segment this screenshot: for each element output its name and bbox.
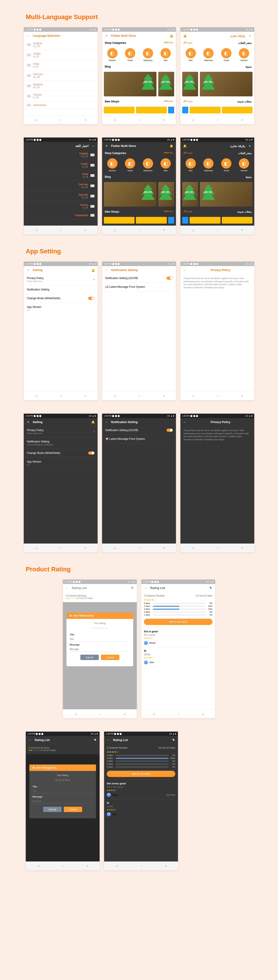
nav-back[interactable]: ◁ [35, 118, 37, 122]
lang-item[interactable]: Germande_DE [24, 70, 97, 81]
category-item[interactable]: ◧Stationery [143, 158, 153, 172]
category-icon: ◧ [239, 158, 249, 169]
phone-setting-dark: 1:46 PM ⬤ ⬤ ⬤4G ▲ ■ ≡Setting🔔 Privacy Po… [24, 414, 97, 552]
lang-item[interactable]: Frenchfr_FR [24, 91, 97, 101]
lang-item[interactable]: Spanishes_ES [24, 191, 97, 201]
edit-icon[interactable]: ✎ [131, 586, 134, 590]
category-icon: ◧ [185, 158, 196, 169]
category-item[interactable]: ◧Men [160, 48, 171, 62]
category-item[interactable]: ◧Stationery [203, 158, 214, 172]
lang-item[interactable]: Germande_DE [24, 181, 97, 191]
mode-toggle[interactable] [88, 297, 94, 300]
bell-icon[interactable]: 🔔 [170, 34, 173, 37]
rating-bar-row: 4 stars100% [107, 757, 175, 759]
rating-bar-row: 5 stars0% [107, 754, 175, 756]
lang-item[interactable]: Arabicar_DZ [24, 50, 97, 60]
review-item: this is goodthis is good★★★★☆thuzar [144, 628, 212, 647]
phone-store-dark-rtl: 1:46 PM ⬤ ⬤ ⬤4G ▲ ■ ≡رفرفة مخزن🔔 متجر ال… [181, 137, 254, 234]
menu-icon[interactable]: ≡ [105, 34, 108, 37]
category-icon: ◧ [143, 48, 153, 58]
category-icon: ◧ [221, 48, 232, 58]
avatar [107, 812, 111, 816]
page-title: Flutter Multi Store [111, 34, 167, 37]
category-item[interactable]: ◧Stationery [143, 48, 153, 62]
title-input[interactable] [70, 637, 130, 641]
privacy-item[interactable]: Privacy PolicyPolicy Statement› [24, 274, 97, 285]
phone-rating-list-dark: 1:46 PM ⬤ ⬤ ⬤4G ▲ ■ ←Rating List✎ 2 Cust… [104, 732, 178, 870]
lang-item[interactable]: Indonesian [24, 212, 97, 220]
lang-item[interactable]: Frenchfr_FR [24, 201, 97, 212]
section-title: Product Rating [26, 566, 273, 573]
category-item[interactable]: ◧Men [185, 48, 196, 62]
back-icon[interactable]: ← [26, 34, 30, 37]
mode-item[interactable]: Change Mode (White/Dartk) [24, 294, 97, 303]
back-icon[interactable]: ← [183, 268, 187, 272]
category-icon: ◧ [125, 158, 135, 169]
latest-msg-item[interactable]: 📢 Latest Message From System [102, 283, 176, 291]
bell-icon[interactable]: 🔔 [183, 34, 187, 37]
write-review-button[interactable]: WRITE REVIEW [144, 619, 212, 625]
review-item: fitmonth★★★★☆John [107, 799, 175, 819]
category-item[interactable]: ◧Men [185, 158, 196, 172]
phone-policy-dark: 1:46 PM ⬤ ⬤ ⬤4G ▲ ■ ←Privacy Policy Priv… [181, 414, 254, 552]
nav-home[interactable]: ○ [60, 118, 62, 122]
category-item[interactable]: ◧Women [107, 48, 118, 62]
policy-text: Privacy Policy Sed nec elit ac nisi effi… [181, 274, 254, 292]
back-icon[interactable]: ← [105, 268, 108, 272]
phone-store-light: 1:46 PM ⬤ ⬤ ⬤4G ▲ ■ ≡Flutter Multi Store… [102, 27, 176, 124]
category-icon: ◧ [107, 158, 118, 169]
lang-list: Englishen_USArabicar_DZHindihi_INGermand… [24, 40, 97, 109]
menu-icon[interactable]: ≡ [248, 34, 252, 37]
avatar [144, 660, 148, 664]
flag-icon [27, 95, 31, 97]
review-item: this isvery goodthis is very good★★★★☆th… [107, 780, 175, 799]
phone-policy-light: 1:46 PM ⬤ ⬤ ⬤4G ▲ ■ ←Privacy Policy Priv… [181, 262, 254, 400]
notif-toggle-item[interactable]: Notification Setting (On/Off) [102, 274, 176, 283]
rating-bar-row: 1 stars0% [144, 614, 212, 616]
lang-item[interactable]: Hindihi_IN [24, 170, 97, 181]
section-title: App Setting [26, 248, 273, 255]
category-icon: ◧ [239, 48, 249, 58]
submit-button[interactable]: Submit [101, 655, 119, 660]
edit-icon[interactable]: ✎ [209, 586, 212, 590]
category-item[interactable]: ◧Women [107, 158, 118, 172]
review-count: 2 Customer Reviews [144, 595, 165, 597]
category-item[interactable]: ◧Travel [221, 158, 232, 172]
category-item[interactable]: ◧Travel [221, 48, 232, 62]
avatar [144, 641, 148, 645]
category-item[interactable]: ◧Men [160, 158, 171, 172]
lang-item[interactable]: Arabicar_DZ [24, 160, 97, 170]
message-input[interactable] [70, 647, 130, 652]
lang-item[interactable]: Spanishes_ES [24, 81, 97, 91]
category-icon: ◧ [125, 48, 135, 58]
lang-item[interactable]: Hindihi_IN [24, 60, 97, 70]
notif-item[interactable]: Notification Setting [24, 285, 97, 294]
category-item[interactable]: ◧Travel [125, 158, 135, 172]
category-icon: ◧ [203, 48, 214, 58]
view-all-link[interactable]: VIEW ALL [164, 41, 173, 45]
category-item[interactable]: ◧Women [239, 48, 249, 62]
back-icon[interactable]: → [91, 144, 95, 148]
phone-notif-light: 1:46 PM ⬤ ⬤ ⬤4G ▲ ■ ←Notification Settin… [102, 262, 176, 400]
lang-item[interactable]: Indonesian [24, 101, 97, 109]
phone-rating-dialog-dark: 1:46 PM ⬤ ⬤ ⬤4G ▲ ■ ←Rating List✎ 3 Cust… [26, 732, 100, 870]
rating-bar-row: 3 stars50% [144, 608, 212, 610]
rating-bar-row: 2 stars0% [144, 611, 212, 613]
nav-menu[interactable]: ≡ [85, 118, 86, 122]
category-item[interactable]: ◧Travel [125, 48, 135, 62]
star-rating[interactable]: ☆☆☆☆☆ [70, 625, 130, 632]
category-item[interactable]: ◧Stationery [203, 48, 214, 62]
category-item[interactable]: ◧Women [239, 158, 249, 172]
cancel-button[interactable]: Cancel [80, 655, 99, 660]
phone-lang-dark-rtl: 1:46 PM ⬤ ⬤ ⬤4G ▲ ■ →اختيار اللغة Englis… [24, 137, 97, 234]
chevron-right-icon: › [94, 278, 94, 281]
lang-item[interactable]: Englishen_US [24, 150, 97, 160]
category-icon: ◧ [203, 158, 214, 169]
category-icon: ◧ [143, 158, 153, 169]
review-item: fitdfgdfg★★★★☆John [144, 647, 212, 667]
rating-bar-row: 5 stars0% [144, 602, 212, 605]
category-icon: ◧ [185, 48, 196, 58]
lang-item[interactable]: Englishen_US [24, 40, 97, 50]
flag-icon [27, 54, 31, 56]
phone-rating-list-light: 1:46 PM ⬤ ⬤ ⬤4G ▲ ■ ←Rating List✎ 2 Cust… [141, 579, 215, 718]
